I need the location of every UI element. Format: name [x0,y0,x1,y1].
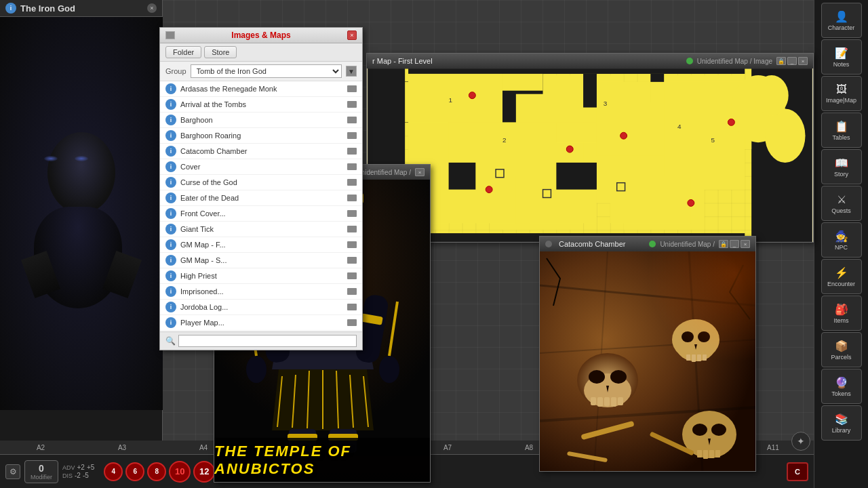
item-label: Player Map... [180,319,343,327]
item-scroll-icon [347,257,357,264]
tokens-icon: 🔮 [835,376,848,389]
item-icon: i [165,146,176,157]
story-icon: 📖 [835,157,848,169]
list-item[interactable]: i Arrival at the Tombs [160,97,362,113]
svg-text:2: 2 [502,136,507,144]
svg-point-37 [728,119,734,125]
svg-rect-25 [449,163,476,190]
svg-point-31 [755,75,789,116]
item-scroll-icon [347,226,357,232]
temple-title-overlay: THE TEMPLE OF ANUBICTOS [214,438,430,482]
parcels-icon: 📦 [835,340,848,352]
story-btn[interactable]: 📖 Story [821,149,862,184]
svg-point-32 [469,92,475,99]
list-item[interactable]: i Imprisoned... [160,284,362,300]
die-d10[interactable]: 10 [169,461,191,483]
parcels-btn[interactable]: 📦 Parcels [821,332,862,367]
list-item[interactable]: i Ardasas the Renegade Monk [160,81,362,97]
item-scroll-icon [347,148,357,155]
coord-a2: A2 [0,444,81,451]
first-level-title-bar: r Map - First Level Unidentified Map / I… [367,54,813,68]
npc-btn[interactable]: 🧙 NPC [821,222,862,258]
chat-btn[interactable]: C [787,462,808,481]
list-item[interactable]: i Jordoba Log... [160,300,362,315]
iron-god-art [0,17,163,410]
tokens-btn[interactable]: 🔮 Tokens [821,369,862,404]
info-icon: i [5,3,16,14]
left-panel-image [0,17,163,410]
tokens-label: Tokens [831,390,851,397]
list-item[interactable]: i Player Map... [160,315,362,331]
modifier-label: Modifier [31,474,52,481]
svg-rect-22 [502,92,516,123]
library-icon: 📚 [835,413,848,426]
item-icon: i [165,255,176,266]
list-item[interactable]: i GM Map - S... [160,253,362,268]
folder-btn[interactable]: Folder [165,46,201,58]
die-d8[interactable]: 8 [147,462,166,481]
iron-god-figure [20,119,142,308]
svg-point-35 [620,132,627,139]
image-map-btn[interactable]: 🖼 Image|Map [821,76,862,111]
catacomb-badge [649,241,656,247]
modifier-display: 0 Modifier [24,460,58,483]
notes-btn[interactable]: 📝 Notes [821,39,862,75]
group-dropdown-btn[interactable]: ▼ [346,66,357,77]
svg-point-67 [246,356,267,383]
item-icon: i [165,83,176,94]
encounter-btn[interactable]: ⚡ Encounter [821,259,862,294]
left-panel-title: The Iron God [20,3,143,14]
catacomb-grey-dot [545,241,552,247]
list-item[interactable]: i Giant Tick [160,222,362,237]
map-close-btn[interactable]: × [798,57,808,65]
item-scroll-icon [347,117,357,123]
search-input[interactable] [178,335,357,347]
die-d12[interactable]: 12 [193,461,215,483]
tables-btn[interactable]: 📋 Tables [821,113,862,148]
list-item[interactable]: i Cover [160,159,362,175]
group-select[interactable]: Tomb of the Iron God [191,64,342,78]
catacomb-minimize-btn[interactable]: _ [730,240,739,248]
list-item[interactable]: i Barghoon Roaring [160,128,362,144]
items-icon: 🎒 [835,303,848,316]
list-item[interactable]: i Eater of the Dead [160,190,362,206]
item-icon: i [165,99,176,110]
svg-rect-15 [597,82,650,136]
map-lock-btn[interactable]: 🔒 [776,57,786,65]
compass-btn[interactable]: ✦ [791,432,810,451]
library-btn[interactable]: 📚 Library [821,405,862,441]
coord-a3: A3 [81,444,163,451]
item-scroll-icon [347,272,357,279]
item-label: Jordoba Log... [180,303,343,311]
map-minimize-btn[interactable]: _ [787,57,797,65]
list-item[interactable]: i GM Map - F... [160,237,362,253]
temple-close-btn[interactable]: × [415,168,425,176]
list-item[interactable]: i Catacomb Chamber [160,144,362,159]
group-row: Group Tomb of the Iron God ▼ [160,62,362,81]
item-icon: i [165,270,176,281]
settings-btn[interactable]: ⚙ [5,464,20,479]
character-btn[interactable]: 👤 Character [821,3,862,38]
parcels-label: Parcels [831,354,851,361]
list-item[interactable]: i Barghoon [160,113,362,128]
quests-btn[interactable]: ⚔ Quests [821,186,862,221]
left-panel-close-btn[interactable]: × [147,3,157,13]
catacomb-lock-btn[interactable]: 🔒 [719,240,728,248]
store-btn[interactable]: Store [204,46,237,58]
npc-label: NPC [835,244,848,251]
die-d6[interactable]: 6 [125,462,144,481]
item-icon: i [165,239,176,250]
list-item[interactable]: i Curse of the God [160,175,362,190]
dialog-minimize-btn[interactable] [165,31,175,39]
catacomb-close-btn[interactable]: × [741,240,750,248]
list-item[interactable]: i Front Cover... [160,206,362,222]
list-item[interactable]: i High Priest [160,268,362,284]
items-btn[interactable]: 🎒 Items [821,296,862,331]
catacomb-window: Catacomb Chamber Unidentified Map / 🔒 _ … [539,236,756,472]
tables-label: Tables [832,134,850,141]
dialog-close-btn[interactable]: × [347,30,357,40]
die-d4[interactable]: 4 [104,462,123,481]
dis-val2: -5 [83,472,89,479]
group-label: Group [165,67,186,75]
item-icon: i [165,130,176,141]
